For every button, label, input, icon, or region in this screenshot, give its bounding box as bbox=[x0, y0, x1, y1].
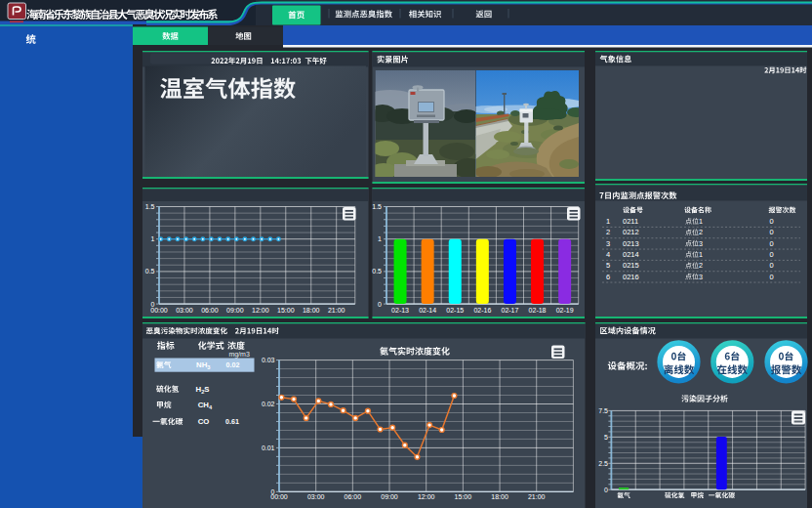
svg-text:0211: 0211 bbox=[623, 217, 638, 226]
svg-text:06:00: 06:00 bbox=[345, 493, 362, 500]
svg-text:1: 1 bbox=[699, 217, 703, 226]
svg-text:0214: 0214 bbox=[623, 250, 639, 259]
svg-text:00:00: 00:00 bbox=[270, 493, 288, 500]
svg-text:0: 0 bbox=[770, 261, 774, 270]
svg-text:09:00: 09:00 bbox=[226, 307, 244, 314]
svg-text:0216: 0216 bbox=[623, 273, 639, 281]
svg-text:21:00: 21:00 bbox=[528, 493, 546, 500]
svg-text:03:00: 03:00 bbox=[307, 493, 325, 500]
svg-text:5: 5 bbox=[604, 434, 608, 441]
svg-text:0: 0 bbox=[378, 301, 382, 308]
svg-text:15:00: 15:00 bbox=[277, 307, 295, 314]
svg-text:06:00: 06:00 bbox=[201, 307, 219, 314]
svg-text:0.5: 0.5 bbox=[372, 268, 382, 275]
svg-text:0: 0 bbox=[770, 239, 774, 248]
svg-text:02-15: 02-15 bbox=[446, 307, 464, 314]
svg-text:2: 2 bbox=[699, 228, 703, 236]
svg-text:02-17: 02-17 bbox=[501, 307, 518, 314]
svg-text:3: 3 bbox=[606, 239, 610, 248]
svg-text:0.01: 0.01 bbox=[262, 444, 275, 451]
svg-text:1: 1 bbox=[378, 235, 382, 242]
svg-text:7.5: 7.5 bbox=[598, 407, 608, 414]
svg-text:0: 0 bbox=[770, 228, 774, 236]
svg-text:12:00: 12:00 bbox=[252, 307, 269, 314]
svg-text:02-16: 02-16 bbox=[473, 307, 491, 314]
svg-text:0.02: 0.02 bbox=[226, 360, 240, 369]
svg-text:0.03: 0.03 bbox=[262, 357, 275, 363]
svg-text:15:00: 15:00 bbox=[455, 493, 472, 500]
svg-text:1: 1 bbox=[699, 250, 703, 259]
svg-text:0.5: 0.5 bbox=[145, 268, 155, 275]
svg-text:0: 0 bbox=[770, 273, 774, 281]
svg-text:3: 3 bbox=[699, 273, 703, 281]
svg-text:2.5: 2.5 bbox=[598, 460, 608, 467]
svg-text:02-18: 02-18 bbox=[529, 307, 547, 314]
svg-text:02-14: 02-14 bbox=[419, 307, 436, 314]
svg-text:0: 0 bbox=[604, 487, 608, 493]
svg-text:09:00: 09:00 bbox=[381, 493, 398, 500]
svg-text:12:00: 12:00 bbox=[418, 493, 435, 500]
svg-text:21:00: 21:00 bbox=[328, 307, 345, 314]
svg-text:00:00: 00:00 bbox=[150, 307, 168, 314]
svg-text:0215: 0215 bbox=[623, 261, 639, 270]
svg-text:0: 0 bbox=[770, 250, 774, 259]
svg-text:0.61: 0.61 bbox=[225, 417, 239, 426]
svg-text:1.5: 1.5 bbox=[372, 203, 382, 210]
svg-text:0213: 0213 bbox=[623, 239, 639, 248]
svg-text:18:00: 18:00 bbox=[303, 307, 320, 314]
svg-text:1: 1 bbox=[151, 235, 155, 242]
svg-text:mg/m3: mg/m3 bbox=[228, 351, 250, 359]
svg-text:03:00: 03:00 bbox=[176, 307, 193, 314]
svg-text:4: 4 bbox=[606, 250, 610, 259]
svg-text:02-19: 02-19 bbox=[556, 307, 574, 314]
svg-text:5: 5 bbox=[606, 261, 610, 270]
svg-text:CO: CO bbox=[198, 417, 210, 426]
svg-text:1.5: 1.5 bbox=[145, 203, 155, 210]
svg-text:02-13: 02-13 bbox=[391, 307, 409, 314]
svg-text:0212: 0212 bbox=[623, 228, 639, 236]
svg-text:2: 2 bbox=[606, 228, 610, 236]
svg-text:3: 3 bbox=[699, 239, 703, 248]
svg-text:0: 0 bbox=[770, 217, 774, 226]
svg-text:0.02: 0.02 bbox=[262, 401, 275, 407]
svg-text:18:00: 18:00 bbox=[491, 493, 508, 500]
svg-text:1: 1 bbox=[606, 217, 610, 226]
svg-text:2: 2 bbox=[699, 261, 703, 270]
svg-text:6: 6 bbox=[606, 273, 610, 281]
